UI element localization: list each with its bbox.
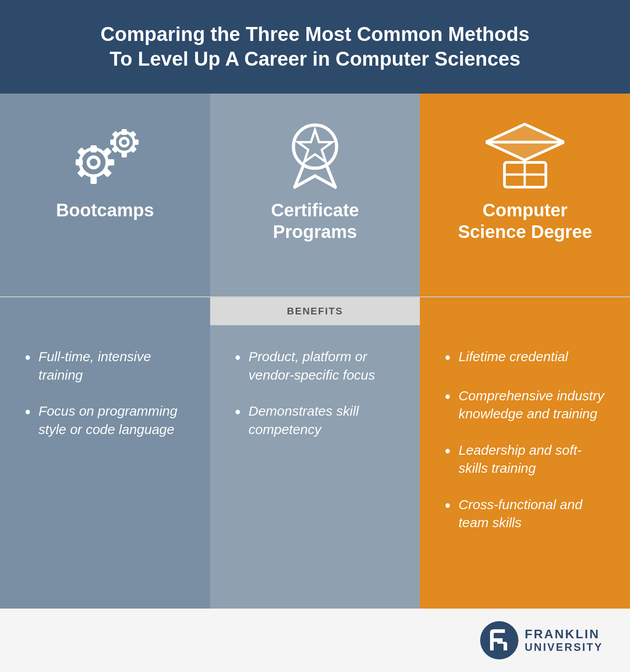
bootcamp-icon-section: Bootcamps [0, 94, 210, 296]
svg-rect-18 [112, 145, 120, 153]
svg-rect-19 [129, 145, 137, 153]
list-item: • Demonstrates skill competency [235, 402, 396, 439]
svg-point-11 [120, 138, 128, 146]
bootcamp-title: Bootcamps [56, 199, 154, 230]
brand-name: FRANKLIN [525, 627, 603, 641]
page-header: Comparing the Three Most Common Methods … [0, 0, 630, 94]
benefits-spacer-left [0, 297, 210, 325]
franklin-logo: FRANKLIN UNIVERSITY [480, 621, 603, 659]
bootcamp-benefit-2: Focus on programming style or code langu… [39, 402, 185, 439]
degree-icon-section: Computer Science Degree [420, 94, 630, 296]
bootcamp-icon-area [66, 118, 144, 190]
bullet-dot: • [25, 347, 31, 369]
svg-rect-4 [76, 159, 83, 166]
benefits-spacer-right [420, 297, 630, 325]
list-item: • Full-time, intensive training [25, 348, 185, 384]
benefits-label: BENEFITS [210, 297, 420, 325]
franklin-logo-icon [480, 621, 518, 659]
benefits-header: BENEFITS [0, 296, 630, 325]
list-item: • Leadership and soft-skills training [445, 441, 605, 478]
svg-rect-8 [77, 168, 86, 177]
gears-icon [66, 120, 144, 189]
svg-rect-12 [122, 129, 127, 135]
franklin-logo-text: FRANKLIN UNIVERSITY [525, 627, 603, 653]
svg-rect-2 [90, 145, 97, 152]
list-item: • Cross-functional and team skills [445, 496, 605, 532]
list-item: • Comprehensive industry knowledge and t… [445, 387, 605, 423]
degree-icon-area [486, 118, 564, 190]
bullet-dot: • [25, 401, 31, 423]
svg-rect-13 [122, 152, 127, 157]
cert-benefit-1: Product, platform or vendor-specific foc… [248, 348, 395, 384]
svg-marker-21 [298, 130, 332, 162]
svg-rect-3 [90, 177, 97, 184]
bullet-dot: • [445, 495, 450, 517]
content-grid: • Full-time, intensive training • Focus … [0, 325, 630, 609]
header-line1: Comparing the Three Most Common Methods [54, 22, 576, 46]
degree-benefit-1: Lifetime credential [459, 348, 605, 366]
bootcamp-benefit-1: Full-time, intensive training [39, 348, 185, 384]
header-line2: To Level Up A Career in Computer Science… [54, 46, 576, 71]
bullet-dot: • [445, 440, 450, 462]
svg-rect-16 [112, 130, 120, 139]
svg-rect-15 [133, 139, 139, 145]
list-item: • Focus on programming style or code lan… [25, 402, 185, 439]
svg-rect-17 [129, 130, 137, 139]
bullet-dot: • [235, 347, 241, 369]
list-item: • Product, platform or vendor-specific f… [235, 348, 396, 384]
footer: FRANKLIN UNIVERSITY [0, 609, 630, 672]
cert-icon-area [279, 118, 351, 190]
degree-benefit-3: Leadership and soft-skills training [459, 441, 605, 478]
icon-row: Bootcamps Certificate Programs [0, 94, 630, 296]
graduation-icon [486, 120, 564, 189]
svg-point-1 [88, 157, 99, 168]
bullet-dot: • [445, 347, 450, 369]
degree-benefit-2: Comprehensive industry knowledge and tra… [459, 387, 605, 423]
degree-content: • Lifetime credential • Comprehensive in… [420, 325, 630, 609]
bullet-dot: • [445, 386, 450, 408]
cert-content: • Product, platform or vendor-specific f… [210, 325, 420, 609]
cert-benefit-2: Demonstrates skill competency [248, 402, 395, 439]
degree-benefit-4: Cross-functional and team skills [459, 496, 605, 532]
svg-rect-5 [107, 159, 114, 166]
brand-sub: UNIVERSITY [525, 641, 603, 653]
badge-icon [279, 117, 351, 192]
svg-rect-6 [77, 147, 86, 157]
list-item: • Lifetime credential [445, 348, 605, 369]
degree-title: Computer Science Degree [458, 199, 592, 251]
cert-title: Certificate Programs [271, 199, 359, 251]
bullet-dot: • [235, 401, 241, 423]
cert-icon-section: Certificate Programs [210, 94, 420, 296]
bootcamp-content: • Full-time, intensive training • Focus … [0, 325, 210, 609]
svg-rect-14 [110, 139, 116, 145]
